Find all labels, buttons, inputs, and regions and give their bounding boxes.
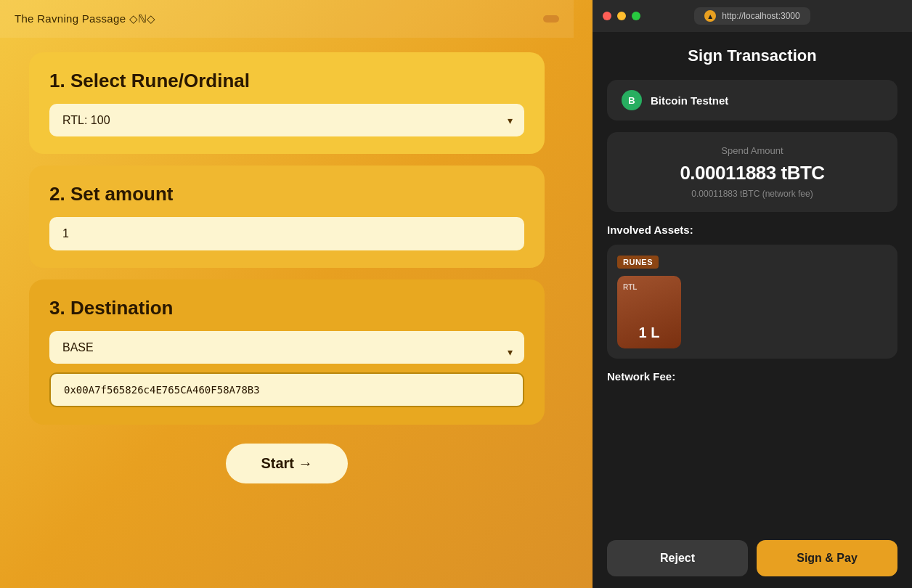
maximize-icon[interactable]	[632, 12, 640, 20]
asset-tile-label: RTL	[623, 283, 637, 291]
assets-container: RUNES RTL 1 L	[607, 245, 897, 359]
select-rune-section: 1. Select Rune/Ordinal RTL: 100	[29, 52, 545, 154]
panel-buttons: Reject Sign & Pay	[593, 528, 912, 588]
spend-card: Spend Amount 0.00011883 tBTC 0.00011883 …	[607, 132, 897, 212]
close-icon[interactable]	[603, 12, 611, 20]
asset-tile: RTL 1 L	[617, 276, 681, 348]
main-area: 1. Select Rune/Ordinal RTL: 100 2. Set a…	[0, 38, 574, 588]
btc-icon: B	[622, 90, 642, 110]
title-dot	[543, 15, 559, 23]
start-button[interactable]: Start →	[226, 444, 347, 483]
warning-icon: ▲	[704, 10, 716, 22]
start-button-label: Start →	[261, 455, 312, 472]
select-rune-title: 1. Select Rune/Ordinal	[49, 70, 524, 92]
involved-assets-label: Involved Assets:	[607, 224, 897, 236]
network-fee-label: Network Fee:	[607, 370, 897, 383]
address-input[interactable]	[49, 372, 524, 407]
set-amount-section: 2. Set amount	[29, 166, 545, 268]
spend-network-fee: 0.00011883 tBTC (network fee)	[622, 189, 883, 199]
involved-assets-section: Involved Assets: RUNES RTL 1 L	[607, 224, 897, 359]
network-badge: B Bitcoin Testnet	[607, 80, 897, 121]
traffic-lights	[603, 12, 640, 20]
panel-content: Sign Transaction B Bitcoin Testnet Spend…	[593, 32, 912, 528]
spend-amount: 0.00011883 tBTC	[622, 162, 883, 184]
rune-select-wrapper: RTL: 100	[49, 104, 524, 136]
app-titlebar: The Ravning Passage ◇ℕ◇	[0, 0, 574, 38]
destination-section: 3. Destination BASE	[29, 279, 545, 425]
spend-label: Spend Amount	[622, 145, 883, 156]
network-name: Bitcoin Testnet	[651, 94, 728, 107]
url-bar[interactable]: ▲ http://localhost:3000	[694, 7, 810, 25]
dest-select[interactable]: BASE	[49, 331, 524, 364]
panel-heading: Sign Transaction	[607, 46, 897, 65]
amount-input[interactable]	[49, 217, 524, 250]
sign-panel: ▲ http://localhost:3000 Sign Transaction…	[593, 0, 912, 588]
network-fee-section: Network Fee:	[607, 370, 897, 383]
minimize-icon[interactable]	[617, 12, 626, 20]
set-amount-title: 2. Set amount	[49, 183, 524, 205]
rune-select[interactable]: RTL: 100	[49, 104, 524, 136]
runes-badge: RUNES	[617, 256, 659, 269]
destination-title: 3. Destination	[49, 297, 524, 319]
asset-tile-amount: 1 L	[639, 324, 660, 341]
app-title: The Ravning Passage ◇ℕ◇	[15, 12, 156, 25]
dest-select-wrapper: BASE	[49, 331, 524, 372]
panel-titlebar: ▲ http://localhost:3000	[593, 0, 912, 32]
url-text: http://localhost:3000	[722, 11, 799, 21]
sign-pay-button[interactable]: Sign & Pay	[757, 540, 897, 576]
reject-button[interactable]: Reject	[607, 540, 748, 576]
